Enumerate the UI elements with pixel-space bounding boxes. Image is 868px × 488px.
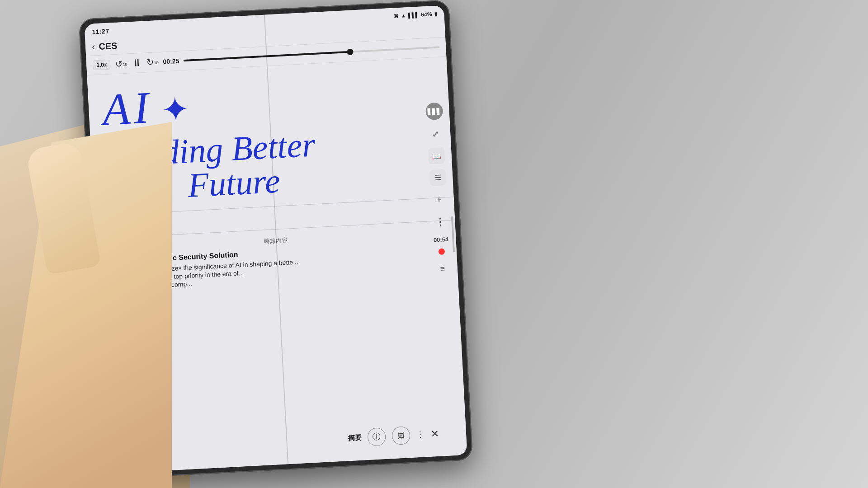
record-indicator xyxy=(439,248,445,255)
bluetooth-icon: ⌘ xyxy=(394,13,399,19)
add-button[interactable]: + xyxy=(430,191,448,209)
book-icon: 📖 xyxy=(432,151,441,160)
wifi-icon: ▲ xyxy=(401,13,406,19)
battery-level: 64% xyxy=(421,11,432,18)
voice-visualizer-button[interactable]: ▋▋▋ xyxy=(425,102,443,120)
waveform-icon: ▋▋▋ xyxy=(427,108,441,115)
more-options-button[interactable]: ⋮ xyxy=(431,213,449,231)
expand-icon: ⤢ xyxy=(432,129,439,139)
menu-button[interactable]: ☰ xyxy=(429,169,446,186)
bottom-actions: 摘要 ⓘ 🖼 ⋮ ✕ xyxy=(347,425,439,448)
status-icons: ⌘ ▲ ▌▌▌ 64% ▮ xyxy=(394,11,437,19)
close-button[interactable]: ✕ xyxy=(430,428,439,440)
status-time: 11:27 xyxy=(92,28,109,36)
list-view-button[interactable]: ≡ xyxy=(434,260,452,278)
menu-icon: ☰ xyxy=(434,173,441,182)
forward-button[interactable]: ↻10 xyxy=(146,56,159,68)
image-icon: 🖼 xyxy=(397,432,405,440)
current-time: 00:25 xyxy=(163,57,179,66)
future-text: Future xyxy=(187,161,281,204)
back-button[interactable]: ‹ xyxy=(91,41,95,52)
summary-button[interactable]: 摘要 xyxy=(348,433,362,443)
image-button[interactable]: 🖼 xyxy=(392,426,410,445)
expand-button[interactable]: ⤢ xyxy=(426,125,444,143)
scene: 11:27 ⌘ ▲ ▌▌▌ 64% ▮ ‹ CES 1.0x ↺10 ⏸ ↻10 xyxy=(0,0,868,488)
record-time: 00:54 xyxy=(434,236,449,244)
rewind-button[interactable]: ↺10 xyxy=(115,58,127,70)
signal-icon: ▌▌▌ xyxy=(408,12,419,18)
speed-button[interactable]: 1.0x xyxy=(93,60,111,70)
list-icon: ≡ xyxy=(440,264,445,274)
alert-button[interactable]: ⓘ xyxy=(367,427,386,446)
book-button[interactable]: 📖 xyxy=(428,147,445,164)
pause-button[interactable]: ⏸ xyxy=(132,57,142,69)
plus-icon: + xyxy=(436,194,442,205)
audio-progress-thumb[interactable] xyxy=(347,48,354,55)
dots-vertical-icon: ⋮ xyxy=(435,216,445,228)
more-button[interactable]: ⋮ xyxy=(416,429,425,440)
alert-icon: ⓘ xyxy=(373,431,381,442)
battery-icon: ▮ xyxy=(434,11,437,17)
